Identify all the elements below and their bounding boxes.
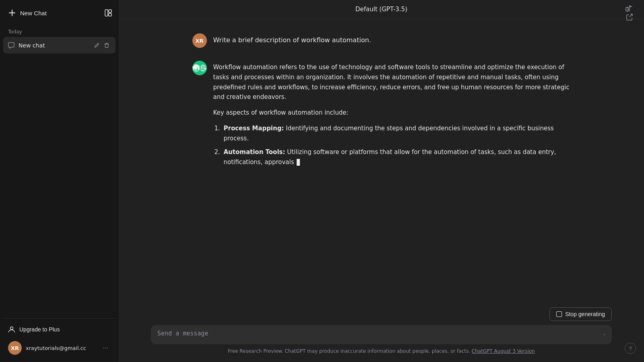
bottom-bar: Stop generating · Free Research Preview.… [119,301,644,362]
share-button[interactable] [623,3,636,16]
user-message-avatar: XR [192,33,207,48]
main-header: Default (GPT-3.5) [119,0,644,19]
list-item-2: Automation Tools: Utilizing software or … [222,147,571,167]
stop-generating-button[interactable]: Stop generating [549,307,612,321]
chat-item-label: New chat [19,42,89,49]
upgrade-label: Upgrade to Plus [19,326,60,333]
today-label: Today [3,24,116,37]
plus-icon [8,9,16,17]
dot-indicator: · [604,331,605,338]
layout-icon [104,9,112,17]
stop-generating-label: Stop generating [565,311,605,317]
new-chat-label: New Chat [20,10,47,16]
chat-item[interactable]: New chat [3,37,116,53]
sidebar: New Chat Today New chat [0,0,119,362]
input-area: · [151,325,612,344]
user-icon [8,326,15,333]
user-profile[interactable]: XR xraytutorials@gmail.cc ··· [3,337,116,359]
assistant-key-aspects: Key aspects of workflow automation inclu… [213,108,571,118]
user-more-button[interactable]: ··· [101,343,111,352]
layout-toggle-button[interactable] [101,6,116,20]
help-button[interactable]: ? [625,343,636,354]
typing-cursor [297,159,300,166]
svg-rect-1 [109,10,111,12]
new-chat-button[interactable]: New Chat [3,5,98,21]
delete-chat-button[interactable] [103,41,111,49]
upgrade-button[interactable]: Upgrade to Plus [3,322,116,337]
assistant-list: Process Mapping: Identifying and documen… [213,123,571,167]
stop-generating-wrapper: Stop generating [151,307,612,321]
footer-link[interactable]: ChatGPT August 3 Version [472,348,535,354]
user-message-content: Write a brief description of workflow au… [213,33,571,48]
message-input[interactable] [157,330,599,339]
send-area: · [604,331,605,338]
user-message: XR Write a brief description of workflow… [160,27,603,54]
list-term-2: Automation Tools: [224,148,285,156]
footer-note: Free Research Preview. ChatGPT may produ… [151,348,612,354]
assistant-paragraph-1: Workflow automation refers to the use of… [213,62,571,102]
share-icon [625,5,634,13]
model-name: Default (GPT-3.5) [355,6,407,13]
edit-chat-button[interactable] [93,41,101,49]
assistant-message: Workflow automation refers to the use of… [160,54,603,178]
sidebar-top: New Chat [3,3,116,24]
stop-icon [556,311,562,317]
share-icon-2 [625,13,634,21]
sidebar-footer: Upgrade to Plus XR xraytutorials@gmail.c… [3,315,116,359]
svg-rect-0 [105,10,108,16]
svg-rect-2 [109,13,111,16]
user-text: Write a brief description of workflow au… [213,36,371,44]
gpt-avatar [192,61,207,75]
assistant-message-content: Workflow automation refers to the use of… [213,61,571,171]
chat-item-actions [93,41,111,49]
avatar: XR [8,341,22,355]
user-email: xraytutorials@gmail.cc [26,345,97,351]
footer-text: Free Research Preview. ChatGPT may produ… [228,348,470,354]
help-icon: ? [629,346,632,352]
list-term-1: Process Mapping: [224,125,284,132]
openai-logo [200,64,206,72]
svg-point-3 [10,327,13,330]
main-area: Default (GPT-3.5) XR Write a brief descr… [119,0,644,362]
sidebar-divider [3,318,116,319]
list-item-1: Process Mapping: Identifying and documen… [222,123,571,144]
chat-item-icon [8,42,14,49]
